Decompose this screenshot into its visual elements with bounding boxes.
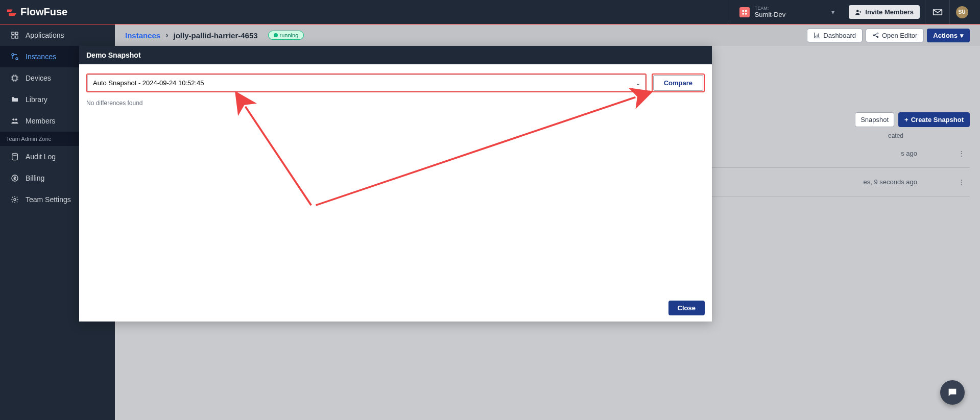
dollar-icon [10,174,19,183]
plus-icon: + [904,116,909,123]
gear-icon [10,195,19,204]
nodes-icon [10,52,19,61]
status-dot-icon [274,33,278,37]
row-timestamp: s ago [901,150,917,157]
sidebar-item-label: Instances [26,53,56,61]
person-add-icon [855,9,862,16]
status-badge: running [268,31,304,40]
snapshot-select-highlight: Auto Snapshot - 2024-09-24 10:52:45 ⌄ [86,73,647,92]
app-header: FlowFuse TEAM: Sumit-Dev ▾ Invite Member… [0,0,980,24]
sidebar-item-label: Team Settings [26,195,71,204]
chevron-down-icon: ▾ [960,32,964,39]
breadcrumb-root[interactable]: Instances [125,31,160,40]
close-button[interactable]: Close [668,301,705,315]
svg-point-9 [12,54,14,56]
row-timestamp: es, 9 seconds ago [863,178,917,186]
svg-point-4 [856,10,859,12]
upload-snapshot-button[interactable]: Snapshot [855,112,894,127]
flowfuse-logo-icon [6,7,17,18]
create-snapshot-button[interactable]: + Create Snapshot [898,112,970,127]
kebab-menu-icon[interactable]: ⋮ [958,178,965,186]
user-avatar[interactable]: SU [949,0,974,24]
svg-rect-7 [12,36,14,38]
chip-icon [10,73,19,83]
svg-point-12 [12,118,14,120]
share-icon [872,32,879,39]
database-icon [10,152,19,161]
invite-members-button[interactable]: Invite Members [849,5,920,19]
svg-rect-5 [12,32,14,35]
sidebar-item-label: Devices [26,74,51,82]
no-differences-text: No differences found [86,100,705,107]
team-label: TEAM: [755,6,786,11]
sidebar-item-label: Applications [26,31,64,39]
chevron-down-icon: ▾ [831,9,834,16]
svg-point-17 [873,35,874,36]
svg-rect-2 [742,13,744,15]
breadcrumb-current: jolly-pallid-harrier-4653 [174,31,258,40]
sidebar-item-label: Library [26,95,47,104]
users-icon [10,116,19,126]
svg-rect-3 [745,13,747,15]
compare-button-highlight: Compare [652,73,705,92]
sidebar-item-label: Billing [26,174,44,182]
mail-icon [933,7,943,17]
svg-rect-11 [13,76,17,80]
open-editor-button[interactable]: Open Editor [866,29,924,42]
team-avatar-icon [739,7,750,17]
svg-line-20 [245,107,311,205]
mail-button[interactable] [925,0,949,24]
breadcrumb-separator: › [165,31,168,40]
svg-rect-6 [15,32,18,35]
breadcrumb-bar: Instances › jolly-pallid-harrier-4653 ru… [115,24,980,46]
team-name: Sumit-Dev [755,11,786,18]
svg-rect-0 [742,10,744,12]
actions-dropdown-button[interactable]: Actions ▾ [927,29,970,42]
kebab-menu-icon[interactable]: ⋮ [958,150,965,157]
svg-line-21 [316,97,635,205]
svg-point-13 [15,118,17,120]
chart-icon [814,32,821,39]
sidebar-item-label: Audit Log [26,153,56,161]
chat-icon [947,387,958,398]
svg-rect-1 [745,10,747,12]
svg-point-18 [877,33,878,34]
annotation-arrows [79,64,712,294]
brand-text: FlowFuse [20,6,67,18]
svg-point-16 [14,199,16,201]
grid-icon [10,31,19,40]
sidebar-item-label: Members [26,117,55,125]
folder-icon [10,95,19,104]
dashboard-button[interactable]: Dashboard [807,29,863,42]
svg-point-10 [16,58,18,60]
snapshot-select[interactable]: Auto Snapshot - 2024-09-24 10:52:45 [87,75,646,91]
svg-point-19 [877,36,878,37]
avatar-initials: SU [956,6,968,18]
modal-title: Demo Snapshot [79,46,712,64]
svg-rect-8 [15,36,18,38]
chat-help-button[interactable] [940,380,965,405]
snapshot-compare-modal: Demo Snapshot Auto Snapshot - 2024-09-24… [79,46,712,322]
compare-button[interactable]: Compare [653,75,703,91]
brand-logo[interactable]: FlowFuse [6,6,67,18]
team-selector[interactable]: TEAM: Sumit-Dev ▾ [730,0,844,24]
sidebar-item-applications[interactable]: Applications [0,24,115,46]
svg-point-14 [12,153,18,155]
